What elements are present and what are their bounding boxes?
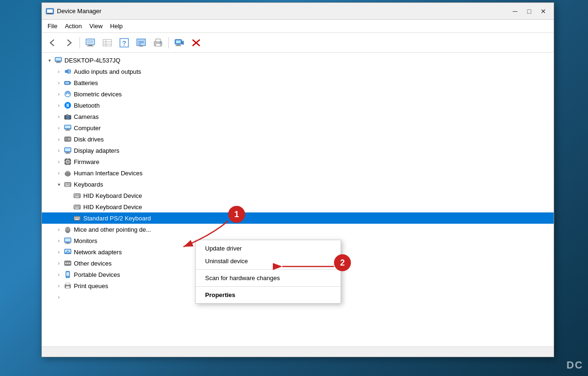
expand-keyboards-icon: ▾ [55, 180, 63, 188]
display-label: Display adapters [74, 147, 119, 154]
svg-rect-118 [67, 243, 69, 243]
svg-rect-24 [176, 40, 181, 43]
mice-icon [64, 225, 72, 234]
maximize-button[interactable]: □ [523, 6, 536, 16]
tree-ps2-keyboard[interactable]: › Standard PS/2 Keyboa [42, 212, 554, 224]
batteries-icon [64, 78, 72, 87]
svg-rect-97 [74, 207, 75, 208]
portable-icon [64, 270, 72, 279]
tree-cameras[interactable]: › Cameras [42, 111, 554, 122]
expand-monitors-icon: › [55, 237, 63, 244]
disk-label: Disk drives [74, 136, 104, 143]
properties-button[interactable] [134, 36, 149, 50]
tree-bluetooth[interactable]: › Bluetooth [42, 100, 554, 111]
svg-point-122 [65, 252, 66, 253]
other-label: Other devices [74, 260, 111, 267]
status-bar [42, 346, 554, 357]
batteries-label: Batteries [74, 79, 98, 86]
forward-button[interactable] [62, 36, 77, 50]
tree-firmware[interactable]: › Firmwar [42, 156, 554, 167]
expand-hid-icon: › [55, 169, 63, 177]
monitors-label: Monitors [74, 237, 97, 244]
help-button[interactable]: ? [117, 36, 132, 50]
svg-rect-20 [156, 39, 160, 42]
svg-point-123 [69, 252, 70, 253]
svg-rect-58 [66, 158, 67, 160]
root-label: DESKTOP-4L537JQ [64, 57, 120, 64]
monitors-icon [64, 236, 72, 245]
scan-button[interactable] [172, 36, 187, 50]
tree-hid[interactable]: › Human Interface Devices [42, 167, 554, 179]
svg-rect-18 [139, 46, 143, 47]
svg-rect-99 [77, 207, 78, 208]
svg-rect-106 [79, 217, 79, 218]
device-manager-window: Device Manager ─ □ ✕ File Action View He… [41, 2, 554, 357]
tree-display[interactable]: › Display adapters [42, 145, 554, 156]
tree-biometric[interactable]: › Biometric devices [42, 88, 554, 100]
portable-label: Portable Devices [74, 271, 120, 278]
expand-audio-icon: › [55, 68, 63, 75]
disk-icon [64, 135, 72, 143]
menu-help[interactable]: Help [106, 22, 127, 31]
tree-keyboards[interactable]: ▾ Keyboards [42, 179, 554, 190]
svg-rect-60 [66, 164, 67, 165]
svg-point-41 [67, 117, 69, 118]
expand-firmware-icon: › [55, 158, 63, 165]
close-button[interactable]: ✕ [537, 6, 550, 16]
ps2-keyboard-icon [73, 214, 81, 222]
svg-rect-98 [76, 207, 77, 208]
context-sep-1 [196, 269, 341, 270]
menu-action[interactable]: Action [61, 22, 86, 31]
ps2-keyboard-label: Standard PS/2 Keyboard [83, 215, 151, 222]
tree-disk[interactable]: › Disk drives [42, 133, 554, 145]
expand-mice-icon: › [55, 226, 63, 233]
remove-button[interactable] [189, 36, 204, 50]
tree-audio[interactable]: › Audio inputs and outputs [42, 66, 554, 77]
menu-file[interactable]: File [44, 22, 61, 31]
svg-rect-79 [68, 184, 69, 185]
svg-point-126 [65, 263, 67, 264]
svg-rect-61 [69, 164, 70, 165]
minimize-button[interactable]: ─ [509, 6, 522, 16]
tree-hid-keyboard-2[interactable]: › HID Keyboard Device [42, 201, 554, 212]
back-button[interactable] [45, 36, 60, 50]
svg-rect-130 [66, 272, 69, 276]
other-icon [64, 259, 72, 267]
context-uninstall-device[interactable]: Uninstall device [196, 255, 341, 267]
svg-rect-93 [74, 206, 75, 207]
svg-rect-25 [176, 45, 180, 46]
svg-rect-84 [76, 195, 77, 196]
svg-rect-62 [64, 160, 66, 161]
svg-rect-87 [74, 196, 75, 196]
svg-rect-104 [76, 217, 77, 218]
tree-root[interactable]: ▾ DESKTOP-4L537JQ [42, 55, 554, 66]
svg-rect-105 [77, 217, 78, 218]
svg-rect-89 [77, 196, 78, 196]
print-button[interactable] [151, 36, 166, 50]
expand-biometric-icon: › [55, 90, 63, 98]
firmware-icon [64, 157, 72, 166]
svg-rect-74 [66, 183, 67, 184]
computer-device-icon [64, 124, 72, 132]
menu-view[interactable]: View [86, 22, 106, 31]
tree-computer[interactable]: › Computer [42, 122, 554, 133]
context-update-driver[interactable]: Update driver [196, 242, 341, 255]
context-scan-changes[interactable]: Scan for hardware changes [196, 272, 341, 284]
svg-rect-67 [67, 161, 69, 163]
svg-rect-45 [65, 125, 71, 128]
audio-icon [64, 67, 72, 76]
svg-rect-42 [66, 114, 68, 116]
mice-label: Mice and other pointing de... [74, 226, 151, 233]
tree-mice[interactable]: › Mice and other pointing de... [42, 224, 554, 235]
tree-batteries[interactable]: › Batteries [42, 77, 554, 88]
svg-rect-95 [77, 206, 78, 207]
display-icon [64, 146, 72, 155]
title-controls: ─ □ ✕ [509, 6, 550, 16]
context-properties[interactable]: Properties [196, 289, 341, 301]
tree-hid-keyboard-1[interactable]: › HID Keyboard Device [42, 190, 554, 201]
list-view-button[interactable] [100, 36, 115, 50]
computer-view-button[interactable] [83, 36, 98, 50]
svg-rect-119 [65, 243, 70, 244]
svg-rect-73 [65, 183, 66, 184]
svg-rect-54 [65, 148, 71, 151]
